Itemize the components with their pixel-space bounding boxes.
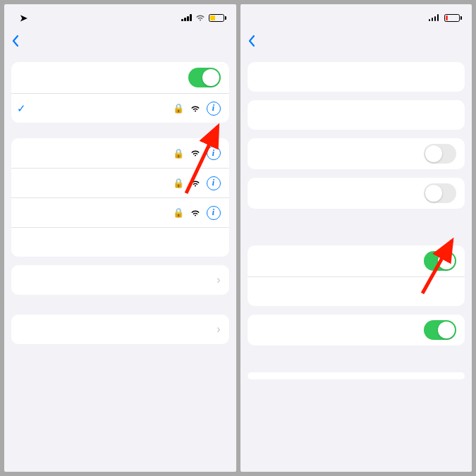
cellular-signal-icon [181,14,192,21]
battery-icon [209,14,226,22]
info-icon[interactable]: i [207,102,221,116]
info-icon[interactable]: i [207,146,221,160]
wifi-signal-icon [190,209,201,217]
auto-join-toggle[interactable] [424,144,456,164]
lock-icon: 🔒 [173,178,184,188]
private-wifi-toggle[interactable] [424,251,456,271]
nav-bar [240,27,472,55]
location-icon: ➤ [20,13,28,23]
low-data-mode-toggle[interactable] [424,183,456,203]
wifi-signal-icon [190,179,201,188]
lock-icon: 🔒 [173,103,184,114]
lock-icon: 🔒 [173,148,184,159]
back-button[interactable] [11,35,21,47]
chevron-right-icon: › [216,323,220,336]
chevron-right-icon: › [216,274,220,286]
network-row[interactable]: 🔒 i [11,138,229,168]
back-button[interactable] [248,35,257,47]
battery-icon [444,14,462,22]
wifi-signal-icon [190,104,201,113]
ipv4-header [248,365,465,372]
ask-footer [11,303,229,315]
wifi-icon [195,13,206,22]
wifi-address-row [248,276,465,306]
wifi-signal-icon [190,149,201,157]
wifi-toggle[interactable] [188,68,221,87]
limit-ip-toggle [424,320,456,340]
chevron-left-icon [11,35,20,47]
network-row[interactable]: 🔒 i [11,168,229,197]
limit-ip-row[interactable] [248,315,465,346]
other-network-row[interactable] [11,227,229,257]
cellular-signal-icon [429,14,439,21]
auto-join-hotspot-row[interactable]: › [11,315,229,344]
status-bar [240,4,472,27]
screen-network-detail [240,4,472,472]
ask-to-join-row[interactable]: › [11,265,229,295]
chevron-left-icon [248,35,256,47]
wifi-toggle-row[interactable] [11,62,229,93]
low-data-mode-row[interactable] [248,178,465,209]
forget-network-row[interactable] [248,100,465,130]
auto-join-row[interactable] [248,138,465,169]
lock-icon: 🔒 [173,207,184,218]
connected-network-row[interactable]: ✓ 🔒 i [11,93,229,123]
network-row[interactable]: 🔒 i [11,197,229,227]
checkmark-icon: ✓ [17,102,30,115]
info-icon[interactable]: i [207,176,221,190]
networks-header [11,131,229,138]
limit-ip-footer [248,354,465,365]
hotspot-footer [11,353,229,364]
join-network-row[interactable] [248,62,465,92]
status-bar: ➤ [4,4,236,27]
screen-wifi-list: ➤ ✓ [4,4,236,472]
private-wifi-row[interactable] [248,245,465,276]
nav-bar [4,27,236,55]
info-icon[interactable]: i [207,206,221,220]
